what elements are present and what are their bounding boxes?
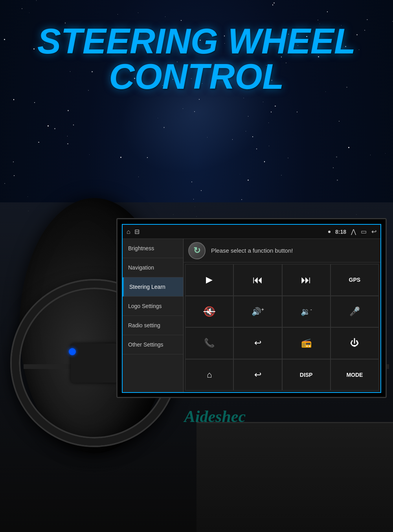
right-panel: ↻ Please select a function button! ▶ ⏮ ⏭: [184, 239, 380, 392]
play-icon: ▶: [206, 275, 213, 285]
radio-icon: 📻: [301, 338, 312, 348]
volume-down-button[interactable]: 🔉-: [282, 296, 331, 328]
signal-dot: [328, 231, 331, 233]
up-arrows-icon: ⋀: [351, 228, 356, 235]
gps-label: GPS: [349, 277, 361, 283]
volume-up-button[interactable]: 🔊+: [233, 296, 282, 328]
fastforward-icon: ⏭: [301, 274, 311, 286]
gps-button[interactable]: GPS: [331, 264, 379, 296]
mute-button[interactable]: 🔇: [185, 296, 233, 328]
mode-label: MODE: [346, 372, 363, 378]
clock: 8:18: [335, 229, 346, 235]
home-button[interactable]: ⌂: [185, 359, 233, 391]
back-circle-icon: ↩: [254, 338, 261, 348]
function-grid: ▶ ⏮ ⏭ GPS 🔇 🔊+ 🔉-: [184, 262, 380, 392]
infotainment-screen: ⌂ ⊟ 8:18 ⋀ ▭ ↩ Brightness Navigation Ste…: [122, 224, 381, 393]
phone-icon: 📞: [204, 338, 215, 348]
settings-menu: Brightness Navigation Steering Learn Log…: [123, 239, 184, 392]
status-bar-left: ⌂ ⊟: [127, 228, 140, 235]
menu-item-steering-learn[interactable]: Steering Learn: [123, 277, 183, 297]
panel-message: Please select a function button!: [211, 247, 293, 254]
volume-up-icon: 🔊+: [252, 307, 264, 316]
menu-item-logo-settings[interactable]: Logo Settings: [123, 297, 183, 316]
steering-spoke-left: [24, 364, 71, 369]
play-button[interactable]: ▶: [185, 264, 233, 296]
phone-button[interactable]: 📞: [185, 327, 233, 359]
menu-item-radio-setting[interactable]: Radio setting: [123, 316, 183, 335]
power-button[interactable]: ⏻: [331, 327, 379, 359]
back-icon[interactable]: ↩: [371, 228, 376, 235]
rewind-button[interactable]: ⏮: [233, 264, 282, 296]
page-title: STEERING WHEEL CONTROL: [20, 24, 373, 94]
dashboard-bottom: [196, 422, 393, 532]
home-btn-icon: ⌂: [207, 370, 212, 380]
menu-item-brightness[interactable]: Brightness: [123, 239, 183, 258]
refresh-icon: ↻: [193, 246, 200, 256]
undo-icon: ↩: [254, 370, 261, 380]
undo-button[interactable]: ↩: [233, 359, 282, 391]
rewind-icon: ⏮: [253, 274, 263, 286]
panel-header: ↻ Please select a function button!: [184, 239, 380, 262]
mode-button[interactable]: MODE: [331, 359, 379, 391]
status-bar: ⌂ ⊟ 8:18 ⋀ ▭ ↩: [123, 225, 380, 239]
back-circle-button[interactable]: ↩: [233, 327, 282, 359]
home-icon[interactable]: ⌂: [127, 228, 130, 235]
radio-button[interactable]: 📻: [282, 327, 331, 359]
steering-center-hub: [71, 343, 118, 383]
fastforward-button[interactable]: ⏭: [282, 264, 331, 296]
steering-blue-indicator: [69, 348, 76, 355]
disp-button[interactable]: DISP: [282, 359, 331, 391]
bookmark-icon[interactable]: ⊟: [134, 228, 140, 235]
power-icon: ⏻: [350, 338, 359, 348]
screen-icon: ▭: [361, 228, 367, 235]
disp-label: DISP: [300, 372, 313, 378]
mic-button[interactable]: 🎤: [331, 296, 379, 328]
mic-icon: 🎤: [349, 306, 360, 317]
menu-item-navigation[interactable]: Navigation: [123, 258, 183, 277]
screen-content: Brightness Navigation Steering Learn Log…: [123, 239, 380, 392]
mute-icon: 🔇: [204, 306, 215, 317]
status-bar-right: 8:18 ⋀ ▭ ↩: [328, 228, 376, 235]
volume-down-icon: 🔉-: [301, 307, 312, 316]
refresh-button[interactable]: ↻: [188, 242, 206, 259]
title-line2: CONTROL: [20, 59, 373, 94]
title-line1: STEERING WHEEL: [20, 24, 373, 59]
menu-item-other-settings[interactable]: Other Settings: [123, 335, 183, 354]
